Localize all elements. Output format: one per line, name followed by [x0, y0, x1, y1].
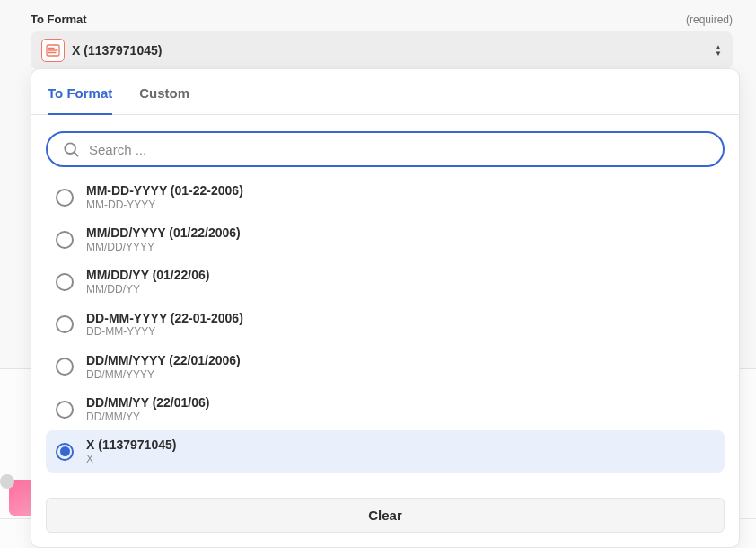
field-required: (required) [686, 13, 733, 26]
svg-line-2 [75, 153, 78, 156]
chevron-updown-icon: ▲▼ [715, 44, 722, 57]
option-item[interactable]: DD/MM/YYYY (22/01/2006) DD/MM/YYYY [46, 346, 725, 388]
format-dropdown: To Format Custom MM-DD-YYYY (01-22-2006)… [31, 68, 740, 548]
search-input[interactable] [89, 142, 708, 157]
option-sub: MM/DD/YY [86, 283, 209, 296]
format-icon [41, 39, 65, 62]
option-item[interactable]: DD-MM-YYYY (22-01-2006) DD-MM-YYYY [46, 304, 725, 346]
option-label: X (1137971045) [86, 438, 176, 453]
option-sub: MM-DD-YYYY [86, 199, 243, 211]
option-label: DD/MM/YY (22/01/06) [86, 395, 209, 411]
dropdown-tabs: To Format Custom [31, 69, 739, 115]
option-label: MM/DD/YYYY (01/22/2006) [86, 225, 241, 241]
tab-to-format[interactable]: To Format [48, 85, 112, 115]
option-sub: DD/MM/YYYY [86, 368, 241, 381]
radio-icon [56, 273, 74, 291]
field-label: To Format [31, 13, 87, 26]
radio-icon [56, 443, 74, 461]
option-sub: DD/MM/YY [86, 411, 209, 423]
option-item[interactable]: X (1137971045) X [46, 430, 725, 473]
radio-icon [56, 231, 74, 249]
alert-icon [0, 474, 14, 489]
search-box[interactable] [46, 131, 725, 167]
select-value: X (1137971045) [72, 43, 162, 57]
option-sub: X [86, 453, 176, 465]
radio-icon [56, 189, 74, 207]
option-sub: DD-MM-YYYY [86, 325, 243, 338]
option-label: MM/DD/YY (01/22/06) [86, 268, 209, 283]
option-label: MM-DD-YYYY (01-22-2006) [86, 183, 243, 199]
option-sub: MM/DD/YYYY [86, 241, 241, 253]
option-item[interactable]: MM-DD-YYYY (01-22-2006) MM-DD-YYYY [46, 176, 725, 218]
options-list: MM-DD-YYYY (01-22-2006) MM-DD-YYYY MM/DD… [31, 176, 739, 491]
radio-icon [56, 358, 74, 376]
option-item[interactable]: MM/DD/YYYY (01/22/2006) MM/DD/YYYY [46, 218, 725, 261]
field-header: To Format (required) [31, 13, 733, 26]
option-label: DD/MM/YYYY (22/01/2006) [86, 353, 241, 368]
search-icon [62, 140, 80, 158]
to-format-select[interactable]: X (1137971045) ▲▼ [31, 31, 733, 69]
radio-icon [56, 315, 74, 333]
option-label: DD-MM-YYYY (22-01-2006) [86, 311, 243, 326]
tab-custom[interactable]: Custom [139, 85, 189, 115]
option-item[interactable]: DD/MM/YY (22/01/06) DD/MM/YY [46, 388, 725, 430]
clear-button[interactable]: Clear [46, 498, 725, 533]
radio-icon [56, 401, 74, 419]
option-item[interactable]: MM/DD/YY (01/22/06) MM/DD/YY [46, 261, 725, 303]
